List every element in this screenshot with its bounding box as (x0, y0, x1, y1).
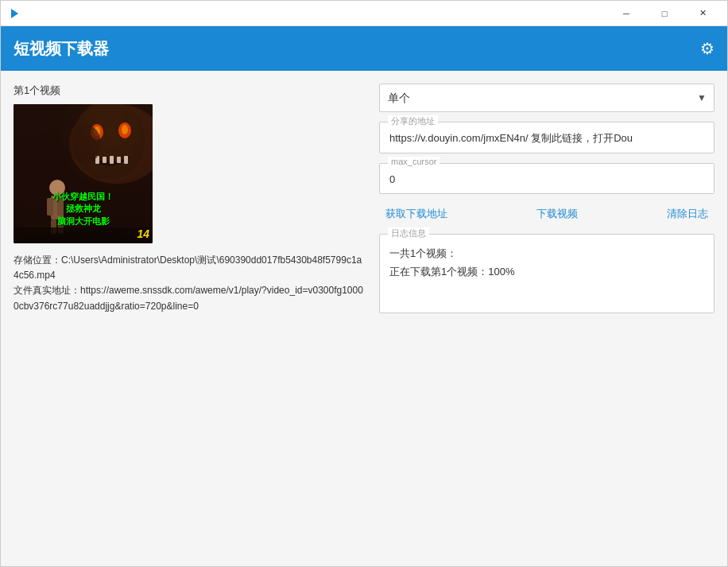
file-real-url-info: 文件真实地址：https://aweme.snssdk.com/aweme/v1… (14, 285, 363, 311)
file-info: 存储位置：C:\Users\Administrator\Desktop\测试\6… (14, 253, 363, 314)
cursor-field-value[interactable]: 0 (389, 170, 704, 188)
thumbnail-number: 14 (137, 227, 149, 240)
titlebar-left (7, 6, 21, 21)
url-field-group: 分享的地址 https://v.douyin.com/jmxEN4n/ 复制此链… (379, 122, 714, 153)
file-storage-info: 存储位置：C:\Users\Administrator\Desktop\测试\6… (14, 254, 362, 281)
video-section-label: 第1个视频 (14, 83, 363, 98)
clear-log-button[interactable]: 清除日志 (660, 204, 714, 224)
close-button[interactable]: ✕ (684, 1, 721, 26)
titlebar-controls: ─ □ ✕ (608, 1, 721, 26)
log-label: 日志信息 (388, 227, 429, 239)
download-button[interactable]: 下载视频 (530, 204, 584, 224)
svg-marker-0 (11, 9, 18, 18)
app-title: 短视频下载器 (14, 38, 109, 60)
gear-icon[interactable]: ⚙ (700, 39, 714, 58)
mode-dropdown-wrapper[interactable]: 单个批量 ▼ (379, 83, 714, 112)
thumbnail-text-line2: 拯救神龙 (17, 203, 149, 215)
svg-rect-9 (103, 157, 106, 163)
log-line-2: 正在下载第1个视频：100% (389, 262, 704, 281)
url-field-label: 分享的地址 (388, 115, 438, 127)
cursor-field-group: max_cursor 0 (379, 163, 714, 195)
main-window: ─ □ ✕ 短视频下载器 ⚙ 第1个视频 (0, 0, 728, 567)
svg-point-7 (122, 125, 128, 134)
url-field-value[interactable]: https://v.douyin.com/jmxEN4n/ 复制此链接，打开Do… (389, 129, 704, 146)
thumbnail-text-overlay: 小伙穿越民国！ 拯救神龙 脑洞大开电影 (17, 191, 149, 227)
action-buttons: 获取下载地址 下载视频 清除日志 (379, 204, 714, 224)
header-bar: 短视频下载器 ⚙ (1, 26, 727, 71)
log-line-1: 一共1个视频： (389, 244, 704, 262)
main-content: 第1个视频 (1, 71, 727, 566)
mode-dropdown[interactable]: 单个批量 (379, 83, 714, 112)
thumbnail-text-line1: 小伙穿越民国！ (17, 191, 149, 203)
log-area: 日志信息 一共1个视频： 正在下载第1个视频：100% (379, 234, 714, 313)
left-panel: 第1个视频 (14, 83, 363, 553)
video-thumbnail: 小伙穿越民国！ 拯救神龙 脑洞大开电影 14 (14, 104, 153, 243)
titlebar: ─ □ ✕ (1, 1, 727, 26)
minimize-button[interactable]: ─ (608, 1, 645, 26)
right-panel: 单个批量 ▼ 分享的地址 https://v.douyin.com/jmxEN4… (379, 83, 714, 553)
thumbnail-text-line3: 脑洞大开电影 (17, 216, 149, 227)
svg-rect-11 (117, 157, 121, 163)
fetch-button[interactable]: 获取下载地址 (379, 204, 454, 224)
svg-rect-12 (124, 156, 128, 164)
log-content: 一共1个视频： 正在下载第1个视频：100% (389, 244, 704, 282)
maximize-button[interactable]: □ (646, 1, 683, 26)
svg-point-13 (69, 124, 101, 164)
app-icon (7, 6, 21, 21)
svg-rect-21 (14, 227, 153, 243)
cursor-field-label: max_cursor (388, 157, 440, 166)
svg-rect-10 (110, 156, 114, 164)
